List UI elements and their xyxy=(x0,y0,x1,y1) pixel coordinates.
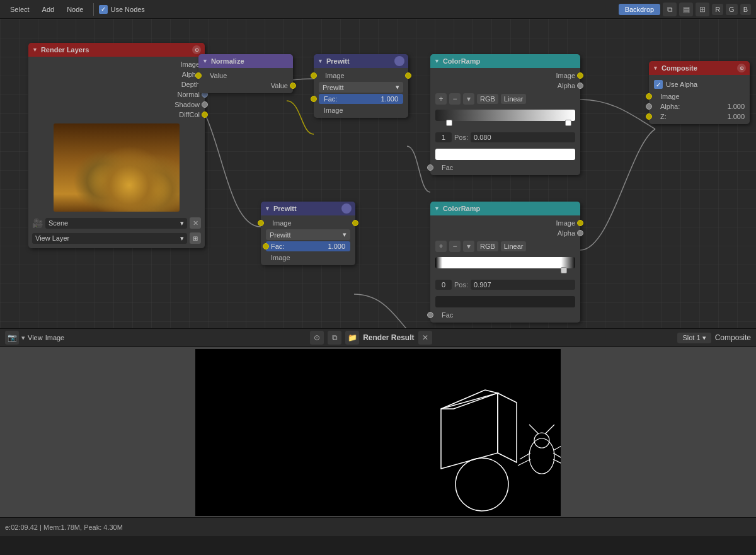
copy-icon[interactable]: ⧉ xyxy=(328,331,341,345)
output-depth-row: Depth xyxy=(28,79,205,89)
scene-icon: 🎥 xyxy=(32,218,43,228)
cr1-alpha-socket xyxy=(577,83,583,89)
normalize-input-socket xyxy=(195,72,202,79)
prewitt1-image-output xyxy=(405,72,411,79)
render-layers-header: ▼ Render Layers ⊙ xyxy=(28,43,205,57)
prewitt1-fac-field[interactable]: Fac: 1.000 xyxy=(319,94,403,104)
slot-dropdown[interactable]: Slot 1 ▾ xyxy=(677,333,711,343)
view-layer-row: View Layer ▾ ⊞ xyxy=(28,231,205,246)
cr2-menu-btn[interactable]: ▾ xyxy=(463,241,474,252)
menu-select[interactable]: Select xyxy=(5,4,35,15)
node-colorramp1[interactable]: ▼ ColorRamp Image Alpha + − ▾ RGB Linear xyxy=(430,54,580,175)
cr1-pos-val[interactable]: 0.080 xyxy=(471,132,575,142)
scene-select[interactable]: Scene ▾ xyxy=(45,218,187,229)
top-menu-bar: Select Add Node ✓ Use Nodes Backdrop ⧉ ▤… xyxy=(0,0,756,19)
toolbar-camera-icon[interactable]: 📷 xyxy=(5,331,19,345)
render-art-svg xyxy=(195,349,561,516)
node-normalize[interactable]: ▼ Normalize Value Value xyxy=(198,54,293,93)
menu-add[interactable]: Add xyxy=(37,4,60,15)
cr2-bottom-bar xyxy=(435,296,575,307)
node-render-layers[interactable]: ▼ Render Layers ⊙ Image Alpha Depth Norm… xyxy=(28,43,205,248)
normalize-output-socket xyxy=(290,83,296,89)
colorramp2-title: ColorRamp xyxy=(443,205,480,212)
cr1-rgb-dropdown[interactable]: RGB xyxy=(477,94,498,104)
prewitt2-image-output-row: Image xyxy=(261,253,355,263)
cr2-image-socket xyxy=(577,220,583,226)
cr2-pos-val[interactable]: 0.907 xyxy=(471,280,575,290)
cr2-alpha-out: Alpha xyxy=(430,228,580,238)
render-result-area: ⊙ ⧉ 📁 Render Result ✕ xyxy=(67,331,675,345)
bottom-right-controls: Slot 1 ▾ Composite xyxy=(677,333,751,343)
node-composite[interactable]: ▼ Composite ⊙ ✓ Use Alpha Image Alpha: 1… xyxy=(649,61,750,124)
scene-close-btn[interactable]: ✕ xyxy=(190,217,201,229)
render-preview xyxy=(54,123,180,212)
cr2-stop-num[interactable]: 0 xyxy=(435,280,452,290)
prewitt2-header: ▼ Prewitt xyxy=(261,202,355,215)
node-colorramp2[interactable]: ▼ ColorRamp Image Alpha + − ▾ RGB Linear xyxy=(430,202,580,323)
cr1-add-btn[interactable]: + xyxy=(435,93,447,105)
menu-node[interactable]: Node xyxy=(62,4,88,15)
composite-icon: ⊙ xyxy=(737,64,746,72)
output-alpha-row: Alpha xyxy=(28,69,205,79)
cr2-add-btn[interactable]: + xyxy=(435,241,447,252)
prewitt1-filter-dropdown[interactable]: Prewitt ▾ xyxy=(319,82,403,93)
prewitt2-filter-dropdown[interactable]: Prewitt ▾ xyxy=(266,229,350,240)
cr1-menu-btn[interactable]: ▾ xyxy=(463,93,474,105)
cr2-rgb-dropdown[interactable]: RGB xyxy=(477,241,498,251)
node-canvas[interactable]: ▼ Render Layers ⊙ Image Alpha Depth Norm… xyxy=(0,19,756,328)
layout-icon-btn[interactable]: ▤ xyxy=(679,3,693,16)
cr2-remove-btn[interactable]: − xyxy=(449,241,461,252)
cr1-image-out: Image xyxy=(430,71,580,81)
composite-title: Composite xyxy=(662,64,697,72)
cr1-stop-num[interactable]: 1 xyxy=(435,132,452,142)
normalize-title: Normalize xyxy=(211,57,244,65)
close-render-btn[interactable]: ✕ xyxy=(418,331,432,345)
view-layer-icon-btn[interactable]: ⊞ xyxy=(190,232,201,244)
node-prewitt2[interactable]: ▼ Prewitt Image Prewitt ▾ Fac: 1.000 Ima… xyxy=(261,202,355,265)
cr1-stop-left[interactable] xyxy=(446,120,452,126)
channel-r-btn[interactable]: R xyxy=(712,4,723,15)
node-prewitt1[interactable]: ▼ Prewitt Image Prewitt ▾ Fac: 1.000 Ima… xyxy=(314,54,408,118)
composite-header: ▼ Composite ⊙ xyxy=(649,61,750,75)
cr1-stop-right[interactable] xyxy=(565,120,571,126)
output-shadow-socket xyxy=(202,101,208,108)
colorramp1-header: ▼ ColorRamp xyxy=(430,54,580,68)
prewitt2-fac-field[interactable]: Fac: 1.000 xyxy=(266,241,350,251)
channel-b-btn[interactable]: B xyxy=(740,4,751,15)
status-text: e:02:09.42 | Mem:1.78M, Peak: 4.30M xyxy=(5,524,123,531)
svg-marker-2 xyxy=(498,393,517,462)
colorramp2-header: ▼ ColorRamp xyxy=(430,202,580,215)
channel-g-btn[interactable]: G xyxy=(726,4,738,15)
cr2-stop[interactable] xyxy=(561,267,567,273)
output-image-row: Image xyxy=(28,59,205,69)
backdrop-button[interactable]: Backdrop xyxy=(619,4,660,15)
cr1-interp-dropdown[interactable]: Linear xyxy=(501,94,527,104)
use-nodes-checkbox[interactable]: ✓ xyxy=(99,5,108,14)
grid-icon-btn[interactable]: ⊞ xyxy=(696,3,709,16)
use-alpha-checkbox[interactable]: ✓ xyxy=(654,80,663,89)
collapse-icon: ▼ xyxy=(202,58,208,64)
toolbar-view-btn[interactable]: View xyxy=(28,334,43,341)
image-viewer: e:02:09.42 | Mem:1.78M, Peak: 4.30M xyxy=(0,347,756,555)
toolbar-image-btn[interactable]: Image xyxy=(45,334,65,341)
prewitt2-icon xyxy=(341,203,352,214)
prewitt1-image-input: Image xyxy=(314,71,408,81)
status-bar: e:02:09.42 | Mem:1.78M, Peak: 4.30M xyxy=(0,517,756,536)
render-layers-body: Image Alpha Depth Normal Shadow DiffCol xyxy=(28,57,205,248)
cr1-remove-btn[interactable]: − xyxy=(449,93,461,105)
normalize-output-row: Value xyxy=(198,81,293,91)
cr2-fac-socket xyxy=(427,312,433,318)
prewitt1-icon xyxy=(394,56,404,66)
render-icon[interactable]: ⊙ xyxy=(310,331,324,345)
prewitt2-fac-socket xyxy=(263,243,269,249)
cr1-bottom-bar xyxy=(435,149,575,160)
scene-bar: 🎥 Scene ▾ ✕ xyxy=(28,215,205,231)
folder-icon[interactable]: 📁 xyxy=(345,331,359,345)
prewitt2-title: Prewitt xyxy=(273,205,297,212)
use-nodes-toggle[interactable]: ✓ Use Nodes xyxy=(99,5,144,14)
cr2-interp-dropdown[interactable]: Linear xyxy=(501,241,527,251)
camera-icon-btn[interactable]: ⧉ xyxy=(663,3,677,16)
view-layer-select[interactable]: View Layer ▾ xyxy=(32,233,187,244)
svg-line-10 xyxy=(553,459,561,466)
cr1-fac-row: Fac xyxy=(430,163,580,173)
